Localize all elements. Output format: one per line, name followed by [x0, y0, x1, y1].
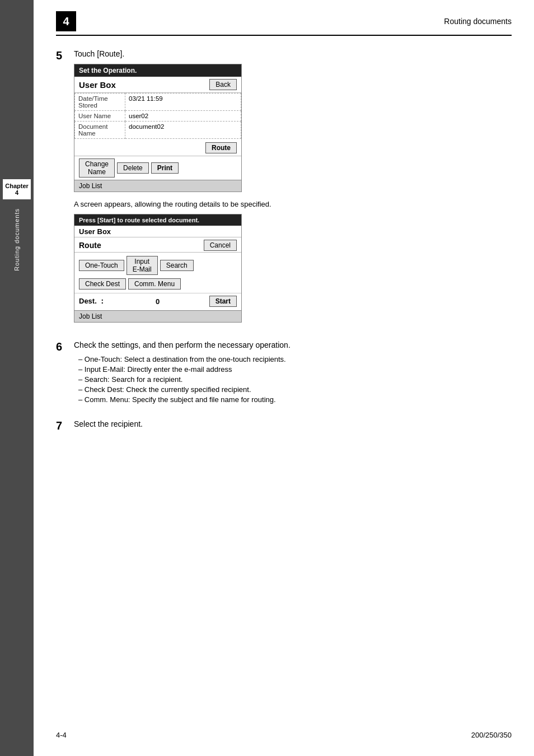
- route-title-row: Route Cancel: [74, 237, 241, 253]
- print-button[interactable]: Print: [151, 162, 179, 174]
- dest-value: 0: [156, 297, 160, 306]
- step5-description: A screen appears, allowing the routing d…: [74, 200, 512, 208]
- dest-row: Dest. ： 0 Start: [74, 293, 241, 310]
- step-5-number: 5: [56, 49, 74, 62]
- field-value-docname: document02: [125, 122, 241, 139]
- panel-set-operation: Set the Operation. User Box Back Date/Ti…: [74, 64, 242, 192]
- chapter-label: Chapter 4: [5, 183, 29, 196]
- table-row: User Name user02: [75, 111, 241, 122]
- bottom-btns-row: ChangeName Delete Print: [74, 156, 241, 180]
- main-content: 4 Routing documents 5 Touch [Route]. Set…: [34, 0, 534, 466]
- step-7-number: 7: [56, 419, 74, 432]
- field-label-username: User Name: [75, 111, 125, 122]
- page-header: 4 Routing documents: [56, 11, 512, 36]
- route-label: Route: [79, 241, 101, 250]
- panel-route: Press [Start] to route selected document…: [74, 214, 242, 323]
- bullet-comm-menu: Comm. Menu: Specify the subject and file…: [78, 395, 512, 404]
- step-5-instruction: Touch [Route].: [74, 49, 512, 58]
- page-footer: 4-4 200/250/350: [34, 731, 534, 739]
- dest-label: Dest. ：: [79, 296, 106, 306]
- input-email-button[interactable]: InputE-Mail: [127, 256, 158, 275]
- cancel-button[interactable]: Cancel: [204, 240, 237, 251]
- delete-button[interactable]: Delete: [117, 162, 149, 174]
- step-5-content: Touch [Route]. Set the Operation. User B…: [74, 49, 512, 330]
- panel1-header: Set the Operation.: [74, 64, 241, 77]
- step-7-instruction: Select the recipient.: [74, 419, 512, 428]
- panel2-userbox-label: User Box: [74, 226, 241, 237]
- search-button[interactable]: Search: [160, 260, 194, 271]
- section-label: Routing documents: [13, 208, 20, 271]
- field-value-datetime: 03/21 11:59: [125, 94, 241, 111]
- field-label-datetime: Date/TimeStored: [75, 94, 125, 111]
- route-button[interactable]: Route: [205, 142, 237, 153]
- panel2-job-list[interactable]: Job List: [74, 310, 241, 322]
- bullet-input-email: Input E-Mail: Directly enter the e-mail …: [78, 365, 512, 374]
- header-title: Routing documents: [444, 17, 512, 26]
- step-7-content: Select the recipient.: [74, 419, 512, 434]
- one-touch-button[interactable]: One-Touch: [79, 260, 124, 271]
- btn-row-1: One-Touch InputE-Mail Search: [74, 253, 241, 277]
- step-6-instruction: Check the settings, and then perform the…: [74, 340, 512, 349]
- panel2-header: Press [Start] to route selected document…: [74, 214, 241, 226]
- panel1-title-row: User Box Back: [74, 77, 241, 93]
- btn-row-2: Check Dest Comm. Menu: [74, 277, 241, 293]
- footer-right: 200/250/350: [471, 731, 512, 739]
- step-6: 6 Check the settings, and then perform t…: [56, 340, 512, 409]
- table-row: DocumentName document02: [75, 122, 241, 139]
- bullet-search: Search: Search for a recipient.: [78, 375, 512, 384]
- check-dest-button[interactable]: Check Dest: [79, 278, 126, 290]
- route-row: Route: [74, 139, 241, 156]
- chapter-box: Chapter 4: [3, 179, 31, 199]
- field-label-docname: DocumentName: [75, 122, 125, 139]
- step-6-content: Check the settings, and then perform the…: [74, 340, 512, 409]
- job-list-bar[interactable]: Job List: [74, 180, 241, 192]
- field-value-username: user02: [125, 111, 241, 122]
- comm-menu-button[interactable]: Comm. Menu: [128, 278, 181, 290]
- step-6-bullets: One-Touch: Select a destination from the…: [78, 355, 512, 404]
- back-button[interactable]: Back: [209, 79, 237, 90]
- step-6-number: 6: [56, 340, 74, 353]
- step-5: 5 Touch [Route]. Set the Operation. User…: [56, 49, 512, 330]
- step-7: 7 Select the recipient.: [56, 419, 512, 434]
- bullet-one-touch: One-Touch: Select a destination from the…: [78, 355, 512, 363]
- change-name-button[interactable]: ChangeName: [79, 158, 115, 178]
- panel1-title: User Box: [79, 80, 116, 90]
- footer-left: 4-4: [56, 731, 67, 739]
- info-table: Date/TimeStored 03/21 11:59 User Name us…: [74, 93, 241, 139]
- start-button[interactable]: Start: [209, 296, 237, 307]
- bullet-check-dest: Check Dest: Check the currently specifie…: [78, 385, 512, 394]
- chapter-number: 4: [56, 11, 76, 31]
- table-row: Date/TimeStored 03/21 11:59: [75, 94, 241, 111]
- sidebar: Chapter 4 Routing documents: [0, 0, 34, 756]
